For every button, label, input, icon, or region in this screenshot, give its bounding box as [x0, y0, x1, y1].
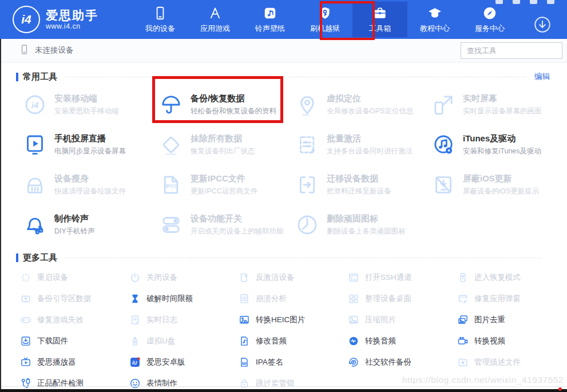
nav-item-3[interactable]: 铃声壁纸 — [243, 2, 298, 37]
tool-item[interactable]: 抹除所有数据恢复设备到出厂状态 — [159, 125, 295, 165]
tool-item[interactable]: iTunes及驱动安装和修复iTunes及驱动 — [431, 125, 567, 165]
nav-item-6[interactable]: 教程中心 — [407, 2, 462, 37]
bell-scissors-icon — [23, 213, 46, 236]
edit-link[interactable]: 编辑 — [534, 72, 550, 82]
nav-item-1[interactable]: 我的设备 — [133, 2, 188, 37]
more-tool-item[interactable]: 实时日志 — [129, 309, 239, 330]
section-accent-bar — [16, 254, 18, 262]
more-tool-item[interactable]: 整理设备桌面 — [348, 288, 457, 309]
tool-item[interactable]: 迁移设备数据把资料迁移至新设备 — [295, 165, 431, 205]
dedupe-image-icon — [457, 314, 469, 326]
more-tool-item[interactable]: 崩溃分析 — [239, 288, 348, 309]
profile-manage-icon — [457, 357, 469, 368]
nav-label: 教程中心 — [420, 23, 450, 34]
tool-item[interactable]: 实时屏幕实时显示设备屏幕的画面 — [431, 85, 567, 125]
tool-title: 虚拟定位 — [327, 93, 413, 104]
more-tool-item[interactable]: IPAIPA签名 — [239, 351, 348, 373]
tool-item[interactable]: 备份/恢复数据轻松备份和恢复设备的资料 — [159, 85, 295, 125]
window-close-icon[interactable] — [547, 0, 554, 4]
more-tool-label: 转换音频 — [365, 336, 396, 346]
usb-disk-icon — [129, 335, 141, 347]
more-tool-item[interactable]: 转换HEIC图片 — [239, 309, 348, 330]
tool-item[interactable]: 手机投屏直播电脑同步显示设备屏幕 — [23, 125, 159, 165]
lock-skip-icon — [239, 378, 250, 389]
tool-item[interactable]: 设备瘦身快速清理设备垃圾文件 — [23, 165, 159, 205]
toolbox-icon — [372, 6, 387, 21]
nav-item-7[interactable]: 服务中心 — [462, 2, 517, 37]
accessory-check-icon — [20, 378, 31, 389]
more-tool-label: 虚拟U盘 — [146, 336, 175, 346]
more-tool-label: 反激活设备 — [256, 272, 295, 283]
more-tool-item[interactable]: 转换音频 — [348, 330, 457, 351]
window-maximize-icon[interactable] — [530, 0, 537, 4]
more-tool-item[interactable]: 修复游戏失效 — [20, 309, 129, 330]
nav-item-5[interactable]: 工具箱 — [352, 2, 407, 37]
tool-search — [461, 42, 562, 59]
broom-icon — [23, 173, 46, 196]
more-tool-label: 转换HEIC图片 — [256, 315, 305, 325]
more-tool-item[interactable]: 重启设备 — [20, 267, 129, 288]
video-convert-icon — [457, 335, 469, 347]
tool-title: iTunes及驱动 — [463, 133, 541, 144]
ssh-terminal-icon — [348, 272, 359, 283]
window-left-edge — [0, 39, 1, 389]
more-tool-item[interactable]: iU爱思安卓版 — [129, 351, 239, 373]
more-tool-item[interactable]: 下载固件 — [20, 330, 129, 351]
download-button[interactable] — [533, 15, 552, 34]
more-tool-item[interactable]: 转换视频 — [457, 330, 566, 351]
search-input[interactable] — [466, 46, 567, 56]
more-tool-item[interactable]: 管理描述文件 — [457, 351, 566, 373]
more-tool-item[interactable]: 修复应用弹窗 — [457, 288, 566, 309]
clock-icon — [296, 213, 319, 236]
more-tool-item[interactable]: 压缩照片 — [348, 309, 457, 330]
window-control-icon[interactable] — [495, 0, 503, 4]
more-tool-label: 实时日志 — [146, 315, 177, 325]
download-icon — [533, 15, 552, 34]
more-tool-item[interactable]: 关闭设备 — [129, 267, 239, 288]
window-bottom-edge — [0, 389, 567, 392]
tool-item[interactable]: IPCC更新IPCC文件更新IPCC运营商文件 — [159, 165, 295, 205]
batch-activate-icon — [296, 133, 319, 156]
more-tools-grid: 重启设备关闭设备反激活设备打开SSH通道进入恢复模式备份引导区数据破解时间限额崩… — [20, 267, 567, 392]
more-tool-item[interactable]: 进入恢复模式 — [457, 267, 566, 288]
more-tool-label: 修复游戏失效 — [37, 315, 84, 325]
tool-subtitle: 删除设备上各类顽固图标 — [327, 227, 406, 236]
tool-item[interactable]: 制作铃声DIY手机铃声 — [23, 205, 159, 245]
tool-item[interactable]: 批量激活支持多台设备同时进行激活 — [295, 125, 431, 165]
more-tool-item[interactable]: 修改音频 — [239, 330, 348, 351]
device-status-label: 未连接设备 — [35, 45, 74, 56]
more-tool-item[interactable]: 虚拟U盘 — [129, 330, 239, 351]
svg-text:IPA: IPA — [243, 362, 246, 365]
more-tool-item[interactable]: 破解时间限额 — [129, 288, 239, 309]
more-tool-label: 管理描述文件 — [474, 357, 521, 367]
tool-item[interactable]: 删除顽固图标删除设备上各类顽固图标 — [295, 205, 431, 245]
tool-item[interactable]: 虚拟定位全局修改设备GPS定位信息 — [295, 85, 431, 125]
tool-title: 屏蔽iOS更新 — [463, 173, 539, 184]
appstore-icon — [208, 6, 223, 21]
tool-item[interactable]: 屏蔽iOS更新屏蔽设备的iOS更新提示 — [431, 165, 567, 205]
section-more-tools-header: 更多工具 — [16, 252, 550, 263]
tool-subtitle: 更新IPCC运营商文件 — [191, 187, 257, 196]
tool-item[interactable]: i4安装移动端安装爱思助手移动端 — [23, 85, 159, 125]
more-tool-item[interactable]: 备份引导区数据 — [20, 288, 129, 309]
nav-item-4[interactable]: 刷机越狱 — [298, 2, 352, 37]
more-tool-label: 破解时间限额 — [146, 294, 193, 304]
more-tool-label: IPA签名 — [256, 357, 283, 367]
more-tool-item[interactable]: 图片去重 — [457, 309, 566, 330]
more-tool-label: 备份引导区数据 — [37, 294, 92, 304]
more-tool-label: 下载固件 — [37, 336, 68, 346]
more-tool-item[interactable]: 社交软件备份 — [348, 351, 457, 373]
tool-title: 更新IPCC文件 — [191, 173, 257, 184]
more-tool-item[interactable]: 打开SSH通道 — [348, 267, 457, 288]
svg-text:IPCC: IPCC — [165, 183, 178, 189]
tool-item[interactable]: 设备功能开关开启或关闭设备上的辅助功能 — [159, 205, 295, 245]
tool-title: 迁移设备数据 — [327, 173, 391, 184]
tool-subtitle: 轻松备份和恢复设备的资料 — [191, 106, 276, 116]
window-minimize-icon[interactable] — [513, 0, 520, 4]
more-tool-item[interactable]: 爱思播放器 — [20, 351, 129, 373]
more-tool-item[interactable]: 反激活设备 — [239, 267, 348, 288]
fix-popup-icon — [457, 293, 469, 304]
itunes-icon — [432, 133, 455, 156]
nav-item-2[interactable]: 应用游戏 — [188, 2, 243, 37]
more-tool-label: 压缩照片 — [365, 315, 396, 325]
